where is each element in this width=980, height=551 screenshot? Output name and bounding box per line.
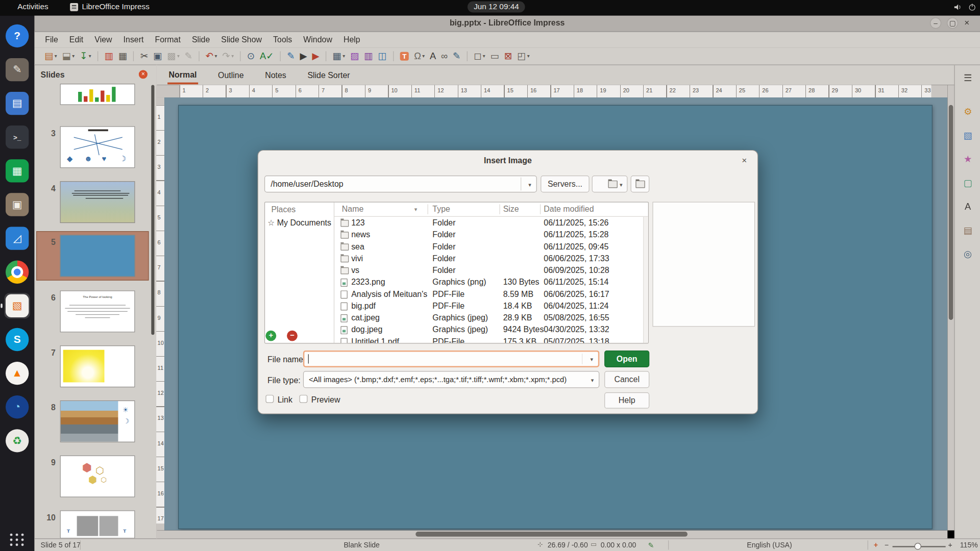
menu-window[interactable]: Window (298, 33, 338, 46)
print-icon[interactable]: ▦ (118, 51, 127, 62)
menu-format[interactable]: Format (149, 33, 186, 46)
close-button[interactable]: × (961, 17, 972, 29)
slide-count-status[interactable]: Slide 5 of 17 (41, 541, 81, 548)
preview-checkbox[interactable] (300, 395, 308, 403)
sidebar-styles-icon[interactable]: A (955, 201, 980, 212)
dock-libreoffice-writer[interactable]: ▤ (5, 91, 30, 116)
file-row-2323-png[interactable]: 2323.pngGraphics (png)130 Bytes06/11/202… (334, 276, 643, 288)
cancel-button[interactable]: Cancel (604, 371, 649, 388)
dock-app-blue[interactable]: ◔ (5, 394, 30, 420)
dropdown-caret-icon[interactable]: ▾ (422, 53, 425, 59)
export-pdf-icon[interactable]: ▥ (104, 51, 113, 62)
slide-thumbnail-2[interactable] (60, 84, 135, 105)
slide-thumbnail-9[interactable]: ⬢⬡⬢⬡ (60, 456, 135, 497)
minimize-button[interactable]: – (930, 17, 941, 29)
slide-layout-icon[interactable]: ◰▾ (517, 51, 530, 62)
duplicate-slide-icon[interactable]: ▭ (491, 51, 499, 62)
link-checkbox-label[interactable]: Link (278, 395, 292, 404)
slide-thumbnail-3[interactable]: ◆☻♥☽ (60, 126, 135, 168)
dock-vscode[interactable]: ◿ (5, 226, 30, 251)
tab-outline[interactable]: Outline (217, 67, 245, 83)
menu-help[interactable]: Help (338, 33, 366, 46)
new-folder-dropdown-button[interactable]: ▾ (592, 176, 628, 192)
focused-app-indicator[interactable]: LibreOffice Impress (70, 3, 150, 11)
horizontal-scrollbar-thumb[interactable] (415, 532, 688, 537)
help-button[interactable]: Help (604, 392, 649, 409)
new-presentation-icon[interactable]: ▤▾ (44, 51, 57, 62)
menu-insert[interactable]: Insert (118, 33, 150, 46)
menu-view[interactable]: View (89, 33, 117, 46)
dock-chrome[interactable] (5, 259, 30, 285)
chevron-down-icon[interactable]: ▾ (528, 182, 531, 188)
insert-textbox-icon[interactable]: T (400, 52, 409, 60)
sort-chevron-icon[interactable]: ▾ (414, 206, 418, 212)
font-color-icon[interactable]: A (430, 51, 436, 61)
app-grid-button[interactable] (0, 534, 34, 546)
file-row-dog-jpeg[interactable]: dog.jpegGraphics (jpeg)9424 Bytes04/30/2… (334, 323, 643, 335)
add-place-button[interactable]: + (265, 331, 276, 341)
dropdown-caret-icon[interactable]: ▾ (231, 53, 234, 59)
start-slideshow-icon[interactable]: ▶ (300, 51, 307, 62)
zoom-in-button[interactable]: + (948, 541, 952, 548)
copy-icon[interactable]: ▣ (153, 51, 162, 62)
file-name-input[interactable] (308, 353, 574, 367)
slide-thumbnail-8[interactable]: ☀☽ (60, 400, 135, 442)
column-header-date[interactable]: Date modified (544, 204, 594, 213)
language-status[interactable]: English (USA) (747, 541, 792, 548)
column-header-name[interactable]: Name (342, 204, 363, 213)
remove-place-button[interactable]: − (287, 331, 298, 341)
column-header-size[interactable]: Size (503, 204, 519, 213)
dock-terminal[interactable]: >_ (5, 124, 30, 150)
sidebar-gallery-icon[interactable]: ▤ (955, 225, 980, 236)
dropdown-caret-icon[interactable]: ▾ (55, 53, 57, 59)
file-row-sea[interactable]: seaFolder06/11/2025, 09:45 (334, 240, 643, 252)
dock-help[interactable]: ? (5, 23, 30, 48)
file-row-big-pdf[interactable]: big.pdfPDF-File18.4 KB06/04/2025, 11:24 (334, 300, 643, 312)
menu-tools[interactable]: Tools (267, 33, 298, 46)
power-icon[interactable] (968, 3, 976, 11)
horizontal-scrollbar[interactable] (156, 531, 947, 539)
menu-edit[interactable]: Edit (64, 33, 89, 46)
slide-layout-status[interactable]: Blank Slide (344, 541, 379, 548)
vertical-scrollbar[interactable] (947, 85, 954, 531)
slideshow-current-icon[interactable]: ▶ (312, 51, 319, 62)
cursor-position-status[interactable]: 26.69 / -0.60 (548, 541, 588, 548)
dock-vlc[interactable]: ▲ (5, 361, 30, 386)
slides-panel-close-icon[interactable]: × (139, 70, 148, 79)
dock-file-box[interactable]: ▣ (5, 192, 30, 217)
menu-slide-show[interactable]: Slide Show (215, 33, 267, 46)
file-row-cat-jpeg[interactable]: cat.jpegGraphics (jpeg)28.9 KB05/08/2025… (334, 312, 643, 323)
activities-button[interactable]: Activities (17, 3, 48, 11)
sidebar-navigator-icon[interactable]: ◎ (955, 248, 980, 260)
hyperlink-icon[interactable]: ∞ (441, 51, 448, 61)
file-row-vivi[interactable]: viviFolder06/06/2025, 17:33 (334, 253, 643, 264)
sidebar-properties-icon[interactable]: ⚙ (955, 106, 980, 117)
dropdown-caret-icon[interactable]: ▾ (215, 53, 217, 59)
open-icon[interactable]: ⬓▾ (62, 51, 75, 62)
places-item-my-documents[interactable]: ☆ My Documents (267, 218, 331, 227)
cut-icon[interactable]: ✂ (140, 51, 148, 62)
file-type-dropdown[interactable]: <All images> (*.bmp;*.dxf;*.emf;*.eps;*.… (303, 371, 599, 388)
vertical-scrollbar-thumb[interactable] (949, 105, 953, 320)
special-character-icon[interactable]: Ω▾ (414, 51, 425, 61)
tab-notes[interactable]: Notes (264, 67, 287, 83)
dropdown-caret-icon[interactable]: ▾ (527, 53, 530, 59)
column-header-type[interactable]: Type (432, 204, 450, 213)
undo-icon[interactable]: ↶▾ (206, 51, 217, 62)
dropdown-caret-icon[interactable]: ▾ (89, 53, 91, 59)
file-row-123[interactable]: 123Folder06/11/2025, 15:26 (334, 217, 643, 229)
dock-impress[interactable]: ▧ (5, 293, 30, 318)
slides-scrollbar[interactable] (151, 85, 154, 335)
insert-shape-icon[interactable]: ◻▾ (474, 51, 485, 62)
volume-icon[interactable] (954, 3, 962, 11)
horizontal-ruler[interactable]: 1234567891011121314151617181920212223242… (156, 85, 947, 97)
sidebar-menu-icon[interactable]: ☰ (955, 72, 980, 84)
delete-slide-icon[interactable]: ⊠ (504, 51, 512, 62)
dialog-close-icon[interactable]: × (739, 154, 750, 165)
insert-table-icon[interactable]: ▦▾ (332, 51, 345, 62)
slide-thumbnail-5[interactable] (60, 235, 135, 277)
dock-skype[interactable]: S (5, 327, 30, 352)
insert-media-icon[interactable]: ▥ (364, 51, 373, 62)
menu-slide[interactable]: Slide (186, 33, 215, 46)
file-row-vs[interactable]: vsFolder06/09/2025, 10:28 (334, 264, 643, 276)
